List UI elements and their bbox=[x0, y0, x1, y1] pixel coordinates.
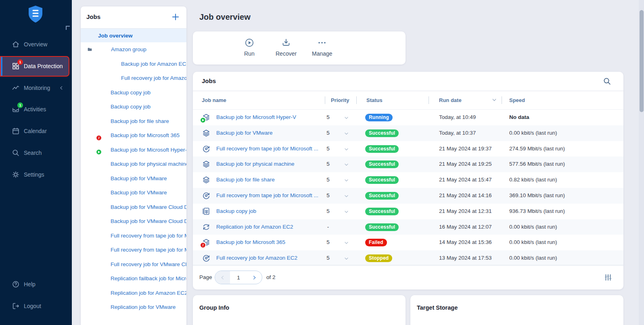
job-name-link[interactable]: Backup job for Microsoft Hyper-V bbox=[216, 114, 319, 120]
job-name-link[interactable]: Backup job for physical machine bbox=[216, 161, 319, 167]
sidebar-item-search[interactable]: Search bbox=[0, 146, 72, 160]
sort-chevron-down-icon[interactable] bbox=[491, 97, 497, 103]
sidebar-item-label: Data Protection bbox=[24, 63, 63, 69]
sliders-icon[interactable] bbox=[604, 273, 612, 281]
speed-value: 0.00 kbit/s (last run) bbox=[509, 255, 557, 261]
jobs-tree-item[interactable]: Replication failback job for Microso bbox=[81, 271, 186, 286]
job-name-link[interactable]: Full recovery from tape job for Microsof… bbox=[216, 146, 319, 152]
table-row[interactable]: Backup copy job 5 Successful 21 May 2024… bbox=[193, 204, 623, 219]
col-speed[interactable]: Speed bbox=[509, 97, 525, 103]
sidebar: Overview 1 Data Protection Monitoring 1 … bbox=[0, 0, 72, 325]
jobs-tree-item[interactable]: Backup job for Microsoft Hyper-V bbox=[81, 143, 186, 157]
jobs-tree-item[interactable]: Replication job for Amazon EC2 bbox=[81, 286, 186, 300]
jobs-tree-item[interactable]: Amazon group bbox=[81, 42, 186, 57]
speed-value: 0.00 kbit/s (last run) bbox=[509, 130, 557, 136]
jobs-tree-item[interactable]: Backup job for VMware bbox=[81, 171, 186, 186]
table-row[interactable]: Backup job for physical machine 5 Succes… bbox=[193, 156, 623, 172]
status-badge: Successful bbox=[365, 223, 399, 231]
job-name-link[interactable]: Backup job for file share bbox=[216, 177, 319, 183]
search-icon[interactable] bbox=[603, 77, 611, 85]
jobs-tree-item[interactable]: Full recovery from tape job for Micr bbox=[81, 229, 186, 243]
job-type-icon bbox=[98, 146, 106, 154]
col-priority[interactable]: Priority bbox=[331, 97, 349, 103]
jobs-tree-item[interactable]: Backup job for VMware Cloud Direc bbox=[81, 200, 186, 215]
recover-button[interactable]: Recover bbox=[276, 38, 297, 57]
jobs-tree-item[interactable]: Full recovery job for VMware Cloud bbox=[81, 257, 186, 272]
priority-dropdown-icon[interactable] bbox=[344, 209, 349, 215]
job-state-badge-icon bbox=[96, 149, 102, 155]
priority-dropdown-icon[interactable] bbox=[344, 147, 349, 152]
table-row[interactable]: Backup job for Microsoft Hyper-V 5 Runni… bbox=[193, 110, 623, 125]
jobs-tree-item-label: Backup job for Amazon EC2 bbox=[121, 61, 186, 67]
sidebar-item-help[interactable]: Help bbox=[0, 277, 72, 292]
table-row[interactable]: Full recovery job for Amazon EC2 5 Stopp… bbox=[193, 250, 623, 266]
jobs-tree-item[interactable]: Backup job for Amazon EC2 bbox=[81, 57, 186, 71]
vertical-scrollbar-thumb[interactable] bbox=[640, 10, 644, 112]
prev-page-button[interactable] bbox=[215, 271, 230, 284]
jobs-tree-item[interactable]: Backup job for file share bbox=[81, 114, 186, 129]
job-name-link[interactable]: Replication job for Amazon EC2 bbox=[216, 224, 319, 230]
search-icon bbox=[12, 149, 20, 157]
priority-dropdown-icon[interactable] bbox=[344, 115, 349, 121]
jobs-tree-item[interactable]: Backup job for physical machine bbox=[81, 157, 186, 171]
job-state-badge-icon bbox=[96, 135, 102, 141]
sidebar-item-data-protection-selected[interactable]: 1 Data Protection bbox=[0, 56, 69, 77]
priority-dropdown-icon[interactable] bbox=[344, 178, 349, 183]
sidebar-item-activities[interactable]: 1 Activities bbox=[0, 102, 72, 117]
priority-dropdown-icon[interactable] bbox=[344, 194, 349, 199]
job-type-icon bbox=[202, 160, 211, 169]
activities-icon: 1 bbox=[12, 105, 20, 113]
table-row[interactable]: Replication job for Amazon EC2 - Success… bbox=[193, 219, 623, 235]
run-date-value: 21 May 2024 at 14:16 bbox=[439, 192, 492, 198]
sidebar-item-settings[interactable]: Settings bbox=[0, 167, 72, 182]
priority-dropdown-icon[interactable] bbox=[344, 131, 349, 136]
help-icon bbox=[12, 280, 20, 288]
run-button[interactable]: Run bbox=[244, 38, 255, 57]
priority-value: 5 bbox=[324, 146, 332, 152]
job-name-link[interactable]: Backup copy job bbox=[216, 208, 319, 214]
add-job-button[interactable] bbox=[171, 12, 180, 21]
table-row[interactable]: Backup job for VMware 5 Successful Today… bbox=[193, 125, 623, 141]
sidebar-item-monitoring[interactable]: Monitoring bbox=[0, 81, 72, 95]
jobs-tree-item[interactable]: Backup job for Microsoft 365 bbox=[81, 128, 186, 143]
priority-dropdown-icon[interactable] bbox=[344, 162, 349, 167]
speed-value: 0.00 kbit/s (last run) bbox=[509, 239, 557, 245]
col-status[interactable]: Status bbox=[366, 97, 383, 103]
jobs-tree-item[interactable]: Backup job for VMware Cloud Direc bbox=[81, 214, 186, 229]
col-job-name[interactable]: Job name bbox=[202, 97, 226, 103]
sidebar-expand-corner-icon[interactable] bbox=[66, 26, 70, 30]
table-row[interactable]: Full recovery from tape job for Microsof… bbox=[193, 141, 623, 157]
sidebar-item-overview[interactable]: Overview bbox=[0, 37, 72, 52]
table-row[interactable]: Backup job for Microsoft 365 5 Failed 14… bbox=[193, 235, 623, 250]
sidebar-item-data-protection[interactable]: 1 Data Protection bbox=[1, 59, 73, 73]
activities-count-badge: 1 bbox=[17, 102, 23, 108]
column-separator bbox=[325, 96, 325, 104]
priority-dropdown-icon[interactable] bbox=[344, 256, 349, 261]
job-name-link[interactable]: Full recovery job for Amazon EC2 bbox=[216, 255, 319, 261]
job-name-link[interactable]: Full recovery from tape job for Microsof… bbox=[216, 192, 319, 198]
page-label: Page bbox=[199, 274, 212, 280]
jobs-tree-item[interactable]: Backup job for VMware bbox=[81, 185, 186, 200]
col-run-date[interactable]: Run date bbox=[439, 97, 462, 103]
sidebar-item-logout[interactable]: Logout bbox=[0, 299, 72, 313]
jobs-tree-item[interactable]: Job overview bbox=[81, 29, 186, 42]
sidebar-item-calendar[interactable]: Calendar bbox=[0, 124, 72, 138]
jobs-tree-item[interactable]: Backup copy job bbox=[81, 100, 186, 114]
job-name-link[interactable]: Backup job for Microsoft 365 bbox=[216, 239, 319, 245]
run-date-value: 21 May 2024 at 15:47 bbox=[439, 177, 492, 183]
jobs-tree-item[interactable] bbox=[81, 315, 186, 325]
table-row[interactable]: Full recovery from tape job for Microsof… bbox=[193, 188, 623, 204]
jobs-tree-item[interactable]: Full recovery from tape job for Micr bbox=[81, 243, 186, 257]
manage-button[interactable]: Manage bbox=[312, 38, 332, 57]
current-page-value[interactable]: 1 bbox=[230, 275, 247, 281]
jobs-tree-item[interactable]: Replication job for VMware bbox=[81, 300, 186, 315]
priority-dropdown-icon[interactable] bbox=[344, 240, 349, 246]
jobs-tree-item[interactable]: Backup copy job bbox=[81, 85, 186, 100]
next-page-button[interactable] bbox=[247, 271, 262, 284]
job-name-link[interactable]: Backup job for VMware bbox=[216, 130, 319, 136]
calendar-icon bbox=[12, 127, 20, 135]
chevron-left-icon[interactable] bbox=[59, 85, 64, 90]
table-row[interactable]: Backup job for file share 5 Successful 2… bbox=[193, 172, 623, 188]
jobs-tree-item[interactable]: Full recovery job for Amazon E bbox=[81, 71, 186, 85]
chevron-down-icon[interactable] bbox=[87, 47, 92, 52]
